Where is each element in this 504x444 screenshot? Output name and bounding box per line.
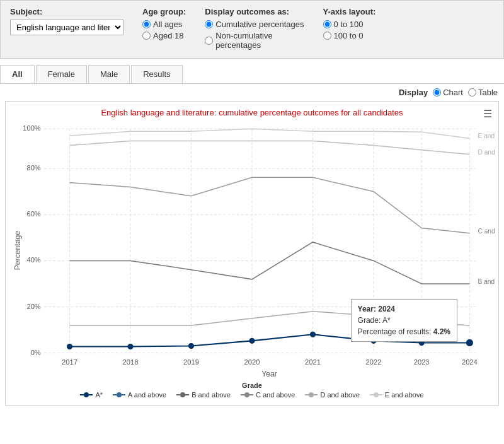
chart-option[interactable]: Chart: [433, 88, 463, 97]
legend-items: A* A and above B and above C and above: [9, 391, 495, 399]
chart-title: English language and literature: cumulat…: [9, 108, 495, 117]
chart-container: English language and literature: cumulat…: [5, 101, 499, 406]
tab-all[interactable]: All: [0, 65, 35, 83]
svg-text:2024: 2024: [462, 358, 478, 366]
svg-point-37: [249, 338, 255, 343]
legend-item-c-above: C and above: [241, 391, 295, 399]
table-label: Table: [478, 88, 498, 97]
svg-text:C and above: C and above: [478, 228, 495, 235]
age-group-filter: Age group: All ages Aged 18: [142, 7, 186, 42]
table-option[interactable]: Table: [468, 88, 498, 97]
svg-text:D and above: D and above: [478, 149, 495, 156]
svg-text:20%: 20%: [26, 303, 40, 310]
svg-text:B and above: B and above: [478, 278, 495, 285]
display-row: Display Chart Table: [0, 84, 504, 101]
aged-18-option[interactable]: Aged 18: [142, 31, 186, 40]
legend-item-d-above: D and above: [305, 391, 359, 399]
svg-text:2023: 2023: [414, 358, 430, 366]
y-100-to-0-option[interactable]: 100 to 0: [323, 31, 376, 40]
legend-title: Grade: [9, 382, 495, 389]
subject-label: Subject:: [10, 7, 123, 16]
subject-filter: Subject: English language and litera...: [10, 7, 123, 35]
svg-text:Year: Year: [261, 370, 277, 378]
tabs-row: All Female Male Results: [0, 65, 504, 84]
legend-item-a-above: A and above: [113, 391, 166, 399]
svg-text:100%: 100%: [23, 124, 41, 132]
non-cumulative-option[interactable]: Non-cumulative percentages: [205, 31, 304, 50]
filters-bar: Subject: English language and litera... …: [0, 0, 504, 59]
svg-text:80%: 80%: [26, 164, 40, 172]
svg-text:E and above: E and above: [478, 132, 495, 139]
subject-select[interactable]: English language and litera...: [10, 20, 123, 35]
svg-text:2017: 2017: [62, 358, 77, 366]
svg-text:60%: 60%: [26, 210, 40, 218]
chart-menu-icon[interactable]: ☰: [483, 108, 492, 120]
chart-area: Percentage 100% 80% 60% 40% 20% 0%: [9, 122, 495, 378]
age-group-label: Age group:: [142, 7, 186, 16]
display-label: Display: [399, 88, 428, 97]
svg-text:2020: 2020: [244, 358, 260, 366]
svg-text:2021: 2021: [305, 358, 321, 366]
svg-point-41: [466, 339, 472, 346]
tooltip-pct: Percentage of results: 4.2%: [358, 326, 450, 337]
svg-text:0%: 0%: [31, 349, 41, 356]
legend-item-astar: A*: [80, 391, 103, 399]
svg-text:40%: 40%: [26, 256, 40, 264]
all-ages-option[interactable]: All ages: [142, 20, 186, 29]
svg-point-35: [128, 344, 133, 349]
legend-item-e-above: E and above: [370, 391, 424, 399]
tooltip-box: Year: 2024 Grade: A* Percentage of resul…: [351, 299, 457, 342]
tab-male[interactable]: Male: [88, 65, 130, 83]
y-axis-label: Y-axis layout:: [323, 7, 376, 16]
legend: Grade A* A and above B and above: [9, 382, 495, 399]
display-outcomes-label: Display outcomes as:: [205, 7, 304, 16]
svg-point-36: [188, 343, 193, 348]
svg-text:2022: 2022: [366, 358, 382, 366]
tab-results[interactable]: Results: [131, 65, 182, 83]
y-0-to-100-option[interactable]: 0 to 100: [323, 20, 376, 29]
display-outcomes-filter: Display outcomes as: Cumulative percenta…: [205, 7, 304, 52]
svg-text:2019: 2019: [183, 358, 199, 366]
legend-item-b-above: B and above: [176, 391, 231, 399]
svg-point-38: [310, 332, 315, 337]
tooltip-grade: Grade: A*: [358, 315, 450, 326]
tooltip-year: Year: 2024: [358, 303, 450, 315]
cumulative-option[interactable]: Cumulative percentages: [205, 20, 304, 29]
tab-female[interactable]: Female: [36, 65, 87, 83]
chart-label: Chart: [443, 88, 463, 97]
svg-text:2018: 2018: [123, 358, 139, 366]
y-axis-filter: Y-axis layout: 0 to 100 100 to 0: [323, 7, 376, 42]
svg-point-34: [67, 344, 72, 349]
svg-text:Percentage: Percentage: [13, 231, 22, 270]
